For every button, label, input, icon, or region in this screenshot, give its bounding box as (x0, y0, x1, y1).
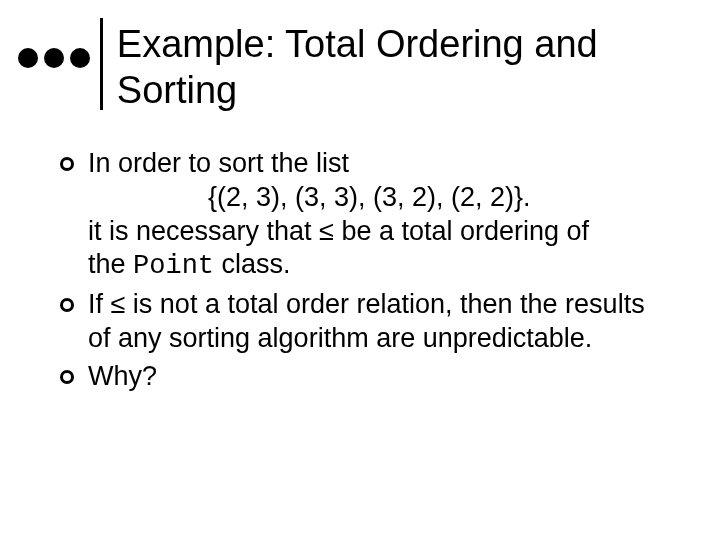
dot-icon (70, 48, 90, 68)
dot-icon (18, 48, 38, 68)
text-fragment: class. (214, 249, 291, 279)
text-fragment: it is necessary that (88, 216, 319, 246)
hollow-bullet-icon (60, 157, 74, 171)
slide-content: In order to sort the list {(2, 3), (3, 3… (0, 113, 720, 393)
list-item: Why? (60, 360, 660, 394)
item-body: Why? (88, 360, 660, 394)
vertical-divider (100, 18, 103, 110)
list-item: In order to sort the list {(2, 3), (3, 3… (60, 147, 660, 284)
text-fragment: If (88, 289, 111, 319)
list-item: If ≤ is not a total order relation, then… (60, 288, 660, 356)
hollow-bullet-icon (60, 370, 74, 384)
text-fragment: be a total ordering of (334, 216, 589, 246)
hollow-bullet-icon (60, 298, 74, 312)
text-line: {(2, 3), (3, 3), (3, 2), (2, 2)}. (88, 181, 660, 215)
decorative-dots (18, 48, 90, 68)
text-line: it is necessary that ≤ be a total orderi… (88, 215, 660, 249)
text-fragment: is not a total order relation, then the … (88, 289, 645, 353)
text-fragment: the (88, 249, 133, 279)
item-body: If ≤ is not a total order relation, then… (88, 288, 660, 356)
item-body: In order to sort the list {(2, 3), (3, 3… (88, 147, 660, 284)
dot-icon (44, 48, 64, 68)
leq-symbol: ≤ (111, 289, 126, 319)
leq-symbol: ≤ (319, 216, 334, 246)
text-line: the Point class. (88, 248, 660, 284)
slide-title: Example: Total Ordering and Sorting (117, 18, 720, 113)
code-text: Point (133, 251, 214, 281)
slide-header: Example: Total Ordering and Sorting (0, 0, 720, 113)
text-line: In order to sort the list (88, 147, 660, 181)
